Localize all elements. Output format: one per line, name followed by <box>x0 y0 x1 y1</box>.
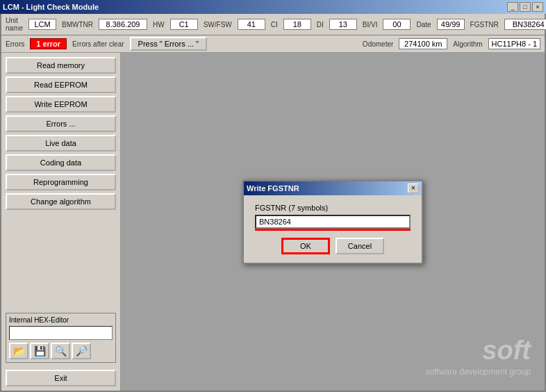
title-bar: LCM - Light Check Module _ □ × <box>0 0 546 14</box>
minimize-button[interactable]: _ <box>507 2 518 12</box>
di-value: 13 <box>329 19 357 30</box>
odometer-label: Odometer <box>363 40 393 48</box>
fgstnr-label: FGSTNR <box>470 21 499 28</box>
dialog-ok-button[interactable]: OK <box>281 238 330 254</box>
fgstnr-value: BN38264 <box>504 19 546 30</box>
sidebar: Read memory Read EEPROM Write EEPROM Err… <box>1 53 121 391</box>
read-memory-button[interactable]: Read memory <box>6 57 116 74</box>
dialog-overlay: Write FGSTNR × FGSTNR (7 symbols) OK Can… <box>121 53 545 391</box>
bivi-label: BI/VI <box>363 21 378 28</box>
algorithm-label: Algorithm <box>453 40 482 48</box>
dialog-buttons: OK Cancel <box>255 238 411 254</box>
hw-label: HW <box>153 21 165 28</box>
error-row: Errors 1 error Errors after clear Press … <box>1 35 545 53</box>
date-label: Date <box>416 21 431 28</box>
bivi-value: 00 <box>383 19 411 30</box>
write-eeprom-button[interactable]: Write EEPROM <box>6 96 116 113</box>
ci-label: CI <box>271 21 278 28</box>
hex-toolbar: 📂 💾 🔍 🔎 <box>9 343 113 359</box>
bmwtnr-label: BMWTNR <box>62 21 93 28</box>
hex-input[interactable] <box>9 326 113 340</box>
window-controls: _ □ × <box>507 2 543 12</box>
ci-value: 18 <box>283 19 311 30</box>
dialog-close-button[interactable]: × <box>408 183 419 193</box>
live-data-button[interactable]: Live data <box>6 135 116 152</box>
swfsw-value: 41 <box>238 19 265 30</box>
dialog-title: Write FGSTNR <box>247 184 299 193</box>
dialog-title-bar: Write FGSTNR × <box>244 181 422 195</box>
fgstnr-input[interactable] <box>255 215 411 229</box>
hex-editor-section: Internal HEX-Editor 📂 💾 🔍 🔎 <box>6 313 116 363</box>
coding-data-button[interactable]: Coding data <box>6 154 116 171</box>
maximize-button[interactable]: □ <box>520 2 531 12</box>
press-errors-button[interactable]: Press " Errors ... " <box>130 37 207 51</box>
swfsw-label: SW/FSW <box>204 21 232 28</box>
reprogramming-button[interactable]: Reprogramming <box>6 174 116 190</box>
read-eeprom-button[interactable]: Read EEPROM <box>6 76 116 93</box>
odometer-section: Odometer 274100 km Algorithm HC11PH8 - 1 <box>363 38 540 49</box>
content-area: Read memory Read EEPROM Write EEPROM Err… <box>1 53 545 391</box>
error-count-badge: 1 error <box>30 38 67 49</box>
info-row: Unit name LCM BMWTNR 8.386.209 HW C1 SW/… <box>1 14 545 35</box>
main-content: soft software development group Write FG… <box>121 53 545 391</box>
dialog-content: FGSTNR (7 symbols) OK Cancel <box>244 195 422 263</box>
hex-save-button[interactable]: 💾 <box>30 343 49 359</box>
errors-after-clear-label: Errors after clear <box>72 40 124 48</box>
errors-label: Errors <box>6 40 24 48</box>
unit-name-label: Unit name <box>6 17 23 32</box>
window-title: LCM - Light Check Module <box>3 3 99 11</box>
hex-editor-label: Internal HEX-Editor <box>9 316 113 324</box>
hex-replace-button[interactable]: 🔎 <box>72 343 91 359</box>
dialog-field-label: FGSTNR (7 symbols) <box>255 204 411 212</box>
unit-name-value: LCM <box>28 19 56 30</box>
write-fgstnr-dialog: Write FGSTNR × FGSTNR (7 symbols) OK Can… <box>242 180 423 264</box>
main-window: Unit name LCM BMWTNR 8.386.209 HW C1 SW/… <box>0 14 546 392</box>
hw-value: C1 <box>170 19 198 30</box>
dialog-cancel-button[interactable]: Cancel <box>336 238 384 254</box>
di-label: DI <box>317 21 324 28</box>
close-button[interactable]: × <box>532 2 543 12</box>
change-algorithm-button[interactable]: Change algorithm <box>6 193 116 210</box>
errors-button[interactable]: Errors ... <box>6 115 116 132</box>
bmwtnr-value: 8.386.209 <box>99 19 147 30</box>
hex-search-button[interactable]: 🔍 <box>51 343 70 359</box>
hex-open-button[interactable]: 📂 <box>9 343 28 359</box>
odometer-value: 274100 km <box>399 38 447 49</box>
exit-button[interactable]: Exit <box>6 370 116 386</box>
algorithm-value: HC11PH8 - 1 <box>488 38 540 49</box>
date-value: 49/99 <box>437 19 465 30</box>
